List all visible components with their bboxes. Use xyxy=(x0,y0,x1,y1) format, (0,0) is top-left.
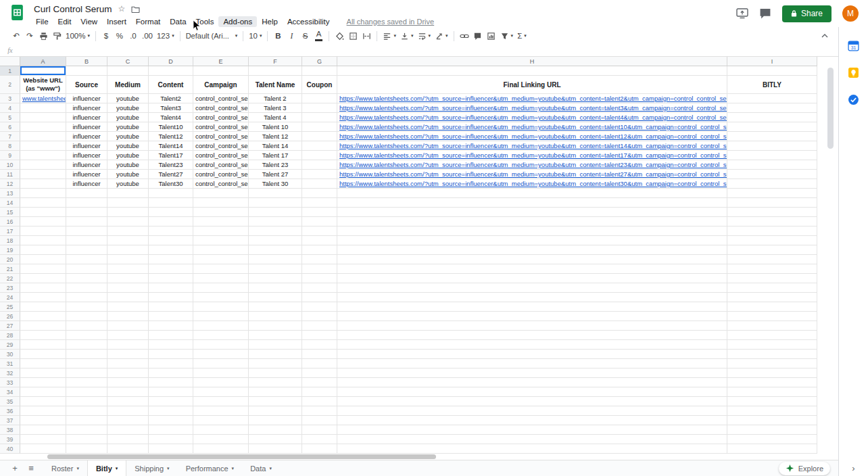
keep-icon[interactable] xyxy=(848,66,860,78)
cell-F6[interactable]: Talent 10 xyxy=(249,122,302,132)
tab-dropdown-icon[interactable]: ▾ xyxy=(76,466,79,471)
percent-format-button[interactable]: % xyxy=(113,28,126,43)
cell-A27[interactable] xyxy=(20,321,66,331)
cell-I27[interactable] xyxy=(727,321,817,331)
cell-A2[interactable]: Website URL (as "www") xyxy=(20,76,66,94)
cell-C29[interactable] xyxy=(107,340,149,350)
cell-D14[interactable] xyxy=(149,198,193,208)
column-header-G[interactable]: G xyxy=(302,57,337,66)
cell-I6[interactable] xyxy=(727,122,817,132)
cell-G27[interactable] xyxy=(302,321,337,331)
cell-E25[interactable] xyxy=(193,302,249,312)
functions-button[interactable]: Σ▾ xyxy=(515,28,529,43)
add-sheet-button[interactable]: + xyxy=(7,460,23,476)
document-title[interactable]: Curl Control Serum xyxy=(34,4,112,14)
cell-F21[interactable] xyxy=(249,264,302,274)
row-header-29[interactable]: 29 xyxy=(0,340,20,350)
cell-A34[interactable] xyxy=(20,387,66,397)
cell-D9[interactable]: Talent17 xyxy=(149,151,193,160)
move-folder-icon[interactable] xyxy=(131,5,140,13)
column-header-H[interactable]: H xyxy=(337,57,727,66)
cell-E17[interactable] xyxy=(193,227,249,236)
cell-A4[interactable] xyxy=(20,103,66,113)
increase-decimal-button[interactable]: .00 xyxy=(140,28,155,43)
cell-B16[interactable] xyxy=(66,217,107,227)
cell-I28[interactable] xyxy=(727,331,817,340)
cell-H32[interactable] xyxy=(337,368,727,378)
cell-I25[interactable] xyxy=(727,302,817,312)
cell-I36[interactable] xyxy=(727,406,817,416)
vertical-scrollbar[interactable] xyxy=(827,68,834,446)
cell-F4[interactable]: Talent 3 xyxy=(249,103,302,113)
cell-A19[interactable] xyxy=(20,245,66,255)
cell-H9[interactable]: https://www.talentsheets.com/?utm_source… xyxy=(337,151,727,160)
row-header-39[interactable]: 39 xyxy=(0,435,20,444)
cell-G35[interactable] xyxy=(302,397,337,406)
row-header-19[interactable]: 19 xyxy=(0,245,20,255)
cell-I15[interactable] xyxy=(727,208,817,217)
cell-I5[interactable] xyxy=(727,113,817,122)
cell-D35[interactable] xyxy=(149,397,193,406)
cell-G15[interactable] xyxy=(302,208,337,217)
cell-G6[interactable] xyxy=(302,122,337,132)
cell-B23[interactable] xyxy=(66,283,107,293)
cell-G28[interactable] xyxy=(302,331,337,340)
show-side-panel-icon[interactable]: › xyxy=(852,463,854,473)
cell-F24[interactable] xyxy=(249,293,302,302)
vertical-align-button[interactable]: ▾ xyxy=(398,28,416,43)
cell-G37[interactable] xyxy=(302,416,337,425)
cell-I7[interactable] xyxy=(727,132,817,141)
cell-G2[interactable]: Coupon xyxy=(302,76,337,94)
row-header-6[interactable]: 6 xyxy=(0,122,20,132)
cell-C3[interactable]: youtube xyxy=(107,94,149,103)
row-header-9[interactable]: 9 xyxy=(0,151,20,160)
cell-G39[interactable] xyxy=(302,435,337,444)
cell-G38[interactable] xyxy=(302,425,337,435)
cell-E3[interactable]: control_control_serum xyxy=(193,94,249,103)
cell-D36[interactable] xyxy=(149,406,193,416)
column-header-A[interactable]: A xyxy=(20,57,66,66)
cell-F1[interactable] xyxy=(249,66,302,76)
row-header-17[interactable]: 17 xyxy=(0,227,20,236)
menu-file[interactable]: File xyxy=(31,16,53,27)
cell-F22[interactable] xyxy=(249,274,302,283)
cell-B25[interactable] xyxy=(66,302,107,312)
cell-I33[interactable] xyxy=(727,378,817,387)
cell-F16[interactable] xyxy=(249,217,302,227)
cell-I39[interactable] xyxy=(727,435,817,444)
redo-button[interactable]: ↷ xyxy=(23,28,37,43)
cell-F30[interactable] xyxy=(249,350,302,359)
cell-C17[interactable] xyxy=(107,227,149,236)
row-header-36[interactable]: 36 xyxy=(0,406,20,416)
cell-C36[interactable] xyxy=(107,406,149,416)
cell-I17[interactable] xyxy=(727,227,817,236)
cell-C13[interactable] xyxy=(107,189,149,198)
cell-E8[interactable]: control_control_serum xyxy=(193,141,249,151)
cell-D24[interactable] xyxy=(149,293,193,302)
cell-G34[interactable] xyxy=(302,387,337,397)
cell-C18[interactable] xyxy=(107,236,149,245)
all-sheets-button[interactable]: ≡ xyxy=(23,460,39,476)
cell-I3[interactable] xyxy=(727,94,817,103)
cell-H7[interactable]: https://www.talentsheets.com/?utm_source… xyxy=(337,132,727,141)
row-header-8[interactable]: 8 xyxy=(0,141,20,151)
cell-D28[interactable] xyxy=(149,331,193,340)
cell-F2[interactable]: Talent Name xyxy=(249,76,302,94)
cell-B36[interactable] xyxy=(66,406,107,416)
cell-E22[interactable] xyxy=(193,274,249,283)
cell-A14[interactable] xyxy=(20,198,66,208)
cell-I34[interactable] xyxy=(727,387,817,397)
cell-F39[interactable] xyxy=(249,435,302,444)
cell-I11[interactable] xyxy=(727,170,817,179)
cell-A33[interactable] xyxy=(20,378,66,387)
row-header-14[interactable]: 14 xyxy=(0,198,20,208)
cell-G4[interactable] xyxy=(302,103,337,113)
cell-C28[interactable] xyxy=(107,331,149,340)
cell-E20[interactable] xyxy=(193,255,249,264)
cell-A11[interactable] xyxy=(20,170,66,179)
explore-button[interactable]: Explore xyxy=(779,462,830,475)
cell-E27[interactable] xyxy=(193,321,249,331)
cell-B17[interactable] xyxy=(66,227,107,236)
tasks-icon[interactable] xyxy=(848,93,860,105)
cell-G7[interactable] xyxy=(302,132,337,141)
